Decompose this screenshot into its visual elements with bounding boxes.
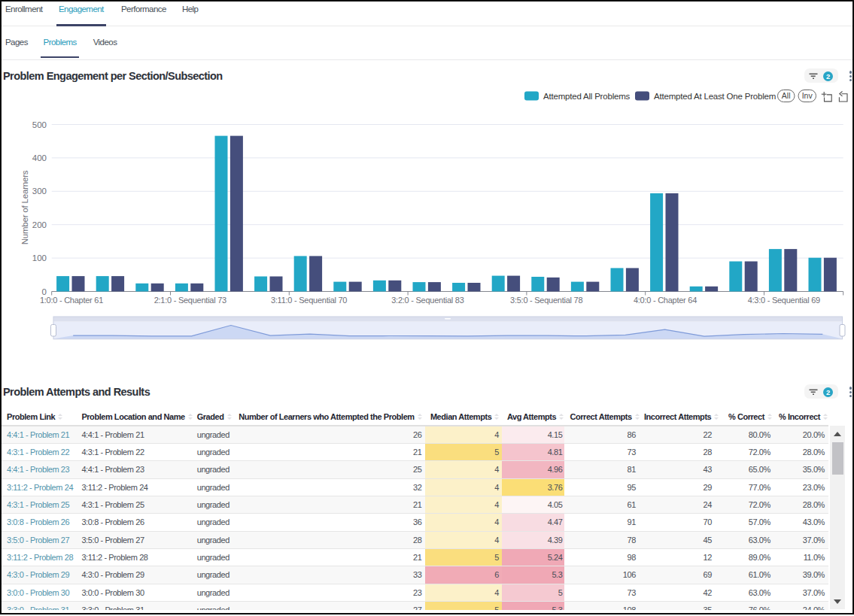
svg-text:3:2:0 - Sequential 83: 3:2:0 - Sequential 83 <box>391 296 463 305</box>
svg-text:Attempted All Problems: Attempted All Problems <box>543 92 631 101</box>
svg-text:300: 300 <box>32 187 47 196</box>
svg-text:400: 400 <box>32 153 47 162</box>
svg-text:Inv: Inv <box>802 91 813 100</box>
svg-text:Attempted At Least One Problem: Attempted At Least One Problem <box>654 92 776 101</box>
svg-text:3:5:0 - Sequential 78: 3:5:0 - Sequential 78 <box>510 296 582 305</box>
svg-text:4:0:0 - Chapter 64: 4:0:0 - Chapter 64 <box>634 296 697 305</box>
svg-text:2:1:0 - Sequential 73: 2:1:0 - Sequential 73 <box>154 296 226 305</box>
svg-text:1:0:0 - Chapter 61: 1:0:0 - Chapter 61 <box>40 296 103 305</box>
svg-text:All: All <box>782 91 791 100</box>
svg-text:200: 200 <box>32 220 47 229</box>
svg-text:500: 500 <box>32 120 47 129</box>
svg-text:100: 100 <box>32 253 47 262</box>
svg-text:4:3:0 - Sequential 69: 4:3:0 - Sequential 69 <box>748 296 820 305</box>
svg-text:3:11:0 - Sequential 70: 3:11:0 - Sequential 70 <box>271 296 347 305</box>
svg-text:Number of Learners: Number of Learners <box>20 170 29 244</box>
